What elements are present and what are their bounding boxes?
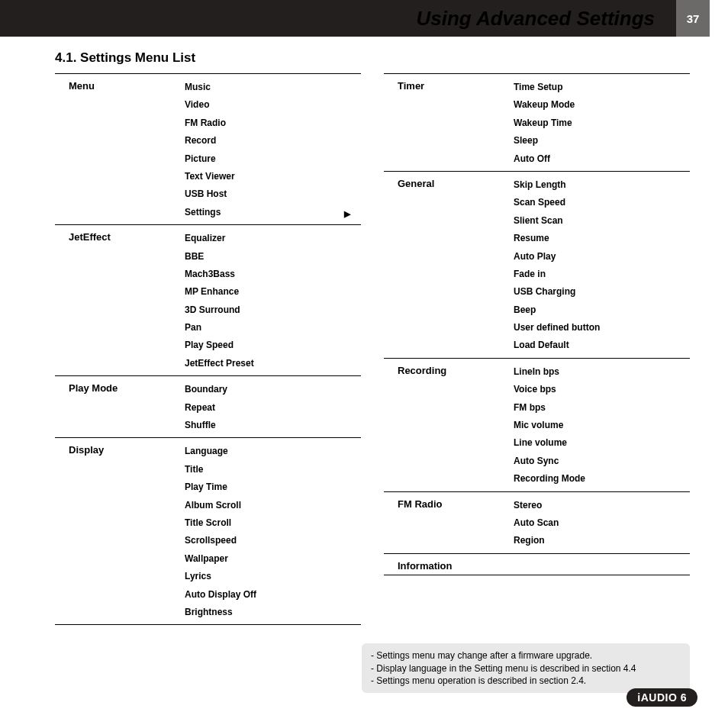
items-list: EqualizerBBEMach3BassMP Enhance3D Surrou…: [185, 230, 361, 372]
settings-item: USB Host: [185, 185, 361, 203]
settings-item: Voice bps: [514, 381, 690, 398]
settings-item: Pan: [185, 319, 361, 337]
header-title: Using Advanced Settings: [416, 7, 655, 31]
settings-item: Language: [185, 443, 361, 460]
settings-item: 3D Surround: [185, 301, 361, 319]
items-list: Time SetupWakeup ModeWakeup TimeSleepAut…: [514, 79, 690, 168]
settings-item: FM Radio: [185, 114, 361, 132]
settings-group: DisplayLanguageTitlePlay TimeAlbum Scrol…: [55, 437, 361, 625]
page-number: 37: [676, 0, 710, 37]
settings-group: Play ModeBoundaryRepeatShuffle: [55, 375, 361, 437]
settings-item: Resume: [514, 230, 690, 247]
settings-group: GeneralSkip LengthScan SpeedSlient ScanR…: [384, 171, 690, 358]
settings-item: JetEffect Preset: [185, 355, 361, 372]
header-bar: Using Advanced Settings: [0, 0, 676, 37]
settings-item: Title: [185, 461, 361, 478]
category-label: Recording: [384, 363, 514, 488]
category-label: General: [384, 176, 514, 355]
settings-item: Settings▶: [185, 204, 361, 221]
settings-item: User defined button: [514, 319, 690, 337]
settings-item: USB Charging: [514, 283, 690, 301]
settings-item: Record: [185, 132, 361, 150]
settings-item: Text Viewer: [185, 168, 361, 185]
settings-group: FM RadioStereoAuto ScanRegion: [384, 491, 690, 553]
settings-item: Equalizer: [185, 230, 361, 247]
settings-item: Line volume: [514, 434, 690, 452]
settings-item: Repeat: [185, 399, 361, 417]
settings-item: Video: [185, 96, 361, 114]
items-list: BoundaryRepeatShuffle: [185, 381, 361, 434]
category-label: Display: [55, 443, 185, 621]
settings-group: TimerTime SetupWakeup ModeWakeup TimeSle…: [384, 73, 690, 171]
items-list: LineIn bpsVoice bpsFM bpsMic volumeLine …: [514, 363, 690, 488]
settings-group: RecordingLineIn bpsVoice bpsFM bpsMic vo…: [384, 358, 690, 491]
settings-item: FM bps: [514, 399, 690, 417]
settings-item: Time Setup: [514, 79, 690, 96]
settings-group: Information: [384, 553, 690, 575]
category-label: JetEffect: [55, 230, 185, 372]
items-list: LanguageTitlePlay TimeAlbum ScrollTitle …: [185, 443, 361, 621]
settings-item: Auto Scan: [514, 514, 690, 532]
settings-item: Scan Speed: [514, 194, 690, 211]
settings-column-right: TimerTime SetupWakeup ModeWakeup TimeSle…: [384, 73, 690, 625]
category-label: Play Mode: [55, 381, 185, 434]
settings-item: Auto Off: [514, 150, 690, 168]
settings-item: Title Scroll: [185, 514, 361, 532]
settings-item: Slient Scan: [514, 212, 690, 230]
settings-item: Brightness: [185, 604, 361, 621]
settings-item: Fade in: [514, 266, 690, 283]
settings-item: Play Time: [185, 478, 361, 496]
settings-column-left: MenuMusicVideoFM RadioRecordPictureText …: [55, 73, 361, 625]
items-list: [514, 559, 690, 572]
section-title: 4.1. Settings Menu List: [55, 50, 728, 66]
settings-item: Wakeup Time: [514, 114, 690, 132]
settings-item: LineIn bps: [514, 363, 690, 381]
settings-item: Region: [514, 532, 690, 549]
settings-item: Sleep: [514, 132, 690, 150]
settings-item: Play Speed: [185, 337, 361, 354]
items-list: Skip LengthScan SpeedSlient ScanResumeAu…: [514, 176, 690, 355]
settings-item: Stereo: [514, 497, 690, 514]
settings-item: Picture: [185, 150, 361, 168]
category-label: FM Radio: [384, 497, 514, 550]
note-line: - Settings menu operation is described i…: [371, 675, 681, 687]
settings-item: Auto Sync: [514, 453, 690, 470]
settings-group: JetEffectEqualizerBBEMach3BassMP Enhance…: [55, 224, 361, 375]
footer-badge: iAUDIO 6: [627, 688, 697, 707]
note-line: - Display language in the Setting menu i…: [371, 662, 681, 675]
settings-item: Scrollspeed: [185, 532, 361, 549]
settings-item: Auto Display Off: [185, 586, 361, 604]
notes-box: - Settings menu may change after a firmw…: [362, 643, 690, 693]
settings-item: Wallpaper: [185, 550, 361, 568]
items-list: MusicVideoFM RadioRecordPictureText View…: [185, 79, 361, 221]
settings-item: Album Scroll: [185, 497, 361, 514]
category-label: Timer: [384, 79, 514, 168]
settings-columns: MenuMusicVideoFM RadioRecordPictureText …: [0, 73, 728, 625]
category-label: Information: [384, 559, 514, 572]
settings-item: Music: [185, 79, 361, 96]
note-line: - Settings menu may change after a firmw…: [371, 649, 681, 662]
settings-item: BBE: [185, 248, 361, 266]
settings-item: Auto Play: [514, 248, 690, 266]
settings-item: Skip Length: [514, 176, 690, 194]
settings-item: Mic volume: [514, 417, 690, 434]
page-header: Using Advanced Settings 37: [0, 0, 728, 37]
category-label: Menu: [55, 79, 185, 221]
settings-group: MenuMusicVideoFM RadioRecordPictureText …: [55, 73, 361, 224]
submenu-arrow-icon: ▶: [344, 206, 350, 222]
settings-item: Shuffle: [185, 417, 361, 434]
settings-item: Mach3Bass: [185, 266, 361, 283]
settings-item: Recording Mode: [514, 470, 690, 488]
items-list: StereoAuto ScanRegion: [514, 497, 690, 550]
settings-item: MP Enhance: [185, 283, 361, 301]
settings-item: Load Default: [514, 337, 690, 354]
settings-item: Boundary: [185, 381, 361, 398]
settings-item: Wakeup Mode: [514, 96, 690, 114]
settings-item: Beep: [514, 301, 690, 319]
settings-item: Lyrics: [185, 568, 361, 585]
